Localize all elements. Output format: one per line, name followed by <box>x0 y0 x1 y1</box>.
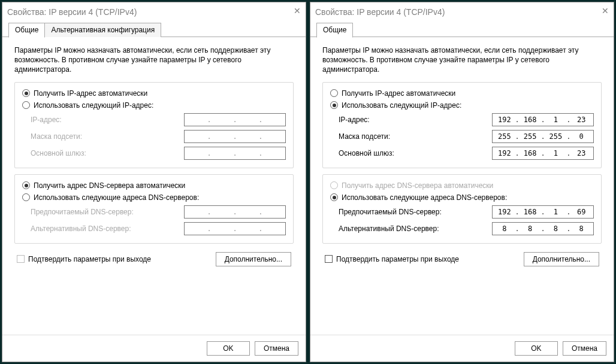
titlebar: Свойства: IP версии 4 (TCP/IPv4) ✕ <box>310 2 614 22</box>
cancel-button[interactable]: Отмена <box>563 341 606 356</box>
field-mask: Маска подсети: . . . <box>22 128 286 145</box>
field-gw: Основной шлюз: . . . <box>22 145 286 162</box>
radio-ip-manual[interactable]: Использовать следующий IP-адрес: <box>330 99 594 111</box>
field-dns-alt: Альтернативный DNS-сервер: . . . <box>22 220 286 237</box>
field-dns-alt: Альтернативный DNS-сервер: 8. 8. 8. 8 <box>330 220 594 237</box>
ok-button[interactable]: OK <box>207 341 250 356</box>
validate-label: Подтвердить параметры при выходе <box>28 255 151 263</box>
intro-text: Параметры IP можно назначать автоматичес… <box>14 46 294 75</box>
gateway-input[interactable]: 192. 168. 1. 23 <box>492 147 594 160</box>
ipv4-properties-window-right: Свойства: IP версии 4 (TCP/IPv4) ✕ Общие… <box>310 2 614 362</box>
field-mask: Маска подсети: 255. 255. 255. 0 <box>330 128 594 145</box>
field-dns-pref: Предпочитаемый DNS-сервер: 192. 168. 1. … <box>330 204 594 220</box>
radio-icon <box>330 193 338 201</box>
ip-address-input: . . . <box>184 113 286 126</box>
preferred-dns-input[interactable]: 192. 168. 1. 69 <box>492 205 594 219</box>
radio-icon <box>22 101 30 109</box>
field-gw: Основной шлюз: 192. 168. 1. 23 <box>330 145 594 162</box>
radio-icon <box>330 89 338 97</box>
radio-icon <box>330 101 338 109</box>
bottom-row: Подтвердить параметры при выходе Дополни… <box>14 252 294 266</box>
validate-label: Подтвердить параметры при выходе <box>336 255 459 263</box>
subnet-mask-input[interactable]: 255. 255. 255. 0 <box>492 130 594 143</box>
ip-group: Получить IP-адрес автоматически Использо… <box>322 82 602 168</box>
checkbox-icon <box>325 255 333 263</box>
radio-icon <box>22 193 30 201</box>
radio-ip-auto[interactable]: Получить IP-адрес автоматически <box>22 87 286 99</box>
radio-dns-auto[interactable]: Получить адрес DNS-сервера автоматически <box>22 180 286 192</box>
field-dns-pref: Предпочитаемый DNS-сервер: . . . <box>22 204 286 220</box>
tab-content: Параметры IP можно назначать автоматичес… <box>2 37 306 335</box>
advanced-button[interactable]: Дополнительно... <box>216 252 291 266</box>
dns-group: Получить адрес DNS-сервера автоматически… <box>14 174 294 244</box>
ip-address-input[interactable]: 192. 168. 1. 23 <box>492 113 594 126</box>
radio-icon <box>22 89 30 97</box>
radio-icon <box>22 181 30 189</box>
radio-icon <box>330 181 338 189</box>
field-ip: IP-адрес: . . . <box>22 111 286 128</box>
preferred-dns-input: . . . <box>184 205 286 219</box>
advanced-button[interactable]: Дополнительно... <box>524 252 599 266</box>
tab-strip: Общие <box>310 23 614 37</box>
checkbox-icon <box>17 255 25 263</box>
field-ip: IP-адрес: 192. 168. 1. 23 <box>330 111 594 128</box>
radio-ip-auto[interactable]: Получить IP-адрес автоматически <box>330 87 594 99</box>
close-icon[interactable]: ✕ <box>602 6 609 16</box>
tab-general[interactable]: Общие <box>316 23 353 38</box>
intro-text: Параметры IP можно назначать автоматичес… <box>322 46 602 75</box>
dialog-footer: OK Отмена <box>2 335 306 362</box>
window-title: Свойства: IP версии 4 (TCP/IPv4) <box>7 7 137 17</box>
tab-alt-config[interactable]: Альтернативная конфигурация <box>44 23 161 37</box>
tab-strip: Общие Альтернативная конфигурация <box>2 23 306 37</box>
tab-general[interactable]: Общие <box>8 23 45 38</box>
validate-checkbox-row[interactable]: Подтвердить параметры при выходе <box>17 253 151 265</box>
bottom-row: Подтвердить параметры при выходе Дополни… <box>322 252 602 266</box>
subnet-mask-input: . . . <box>184 130 286 143</box>
radio-dns-manual[interactable]: Использовать следующие адреса DNS-сервер… <box>22 192 286 204</box>
ipv4-properties-window-left: Свойства: IP версии 4 (TCP/IPv4) ✕ Общие… <box>2 2 306 362</box>
alternate-dns-input: . . . <box>184 222 286 235</box>
window-title: Свойства: IP версии 4 (TCP/IPv4) <box>315 7 445 17</box>
alternate-dns-input[interactable]: 8. 8. 8. 8 <box>492 222 594 235</box>
validate-checkbox-row[interactable]: Подтвердить параметры при выходе <box>325 253 459 265</box>
radio-dns-auto: Получить адрес DNS-сервера автоматически <box>330 180 594 192</box>
dns-group: Получить адрес DNS-сервера автоматически… <box>322 174 602 244</box>
tab-content: Параметры IP можно назначать автоматичес… <box>310 37 614 335</box>
gateway-input: . . . <box>184 147 286 160</box>
ok-button[interactable]: OK <box>515 341 558 356</box>
radio-dns-manual[interactable]: Использовать следующие адреса DNS-сервер… <box>330 192 594 204</box>
radio-ip-manual[interactable]: Использовать следующий IP-адрес: <box>22 99 286 111</box>
close-icon[interactable]: ✕ <box>294 6 301 16</box>
dialog-footer: OK Отмена <box>310 335 614 362</box>
titlebar: Свойства: IP версии 4 (TCP/IPv4) ✕ <box>2 2 306 22</box>
cancel-button[interactable]: Отмена <box>255 341 298 356</box>
ip-group: Получить IP-адрес автоматически Использо… <box>14 82 294 168</box>
